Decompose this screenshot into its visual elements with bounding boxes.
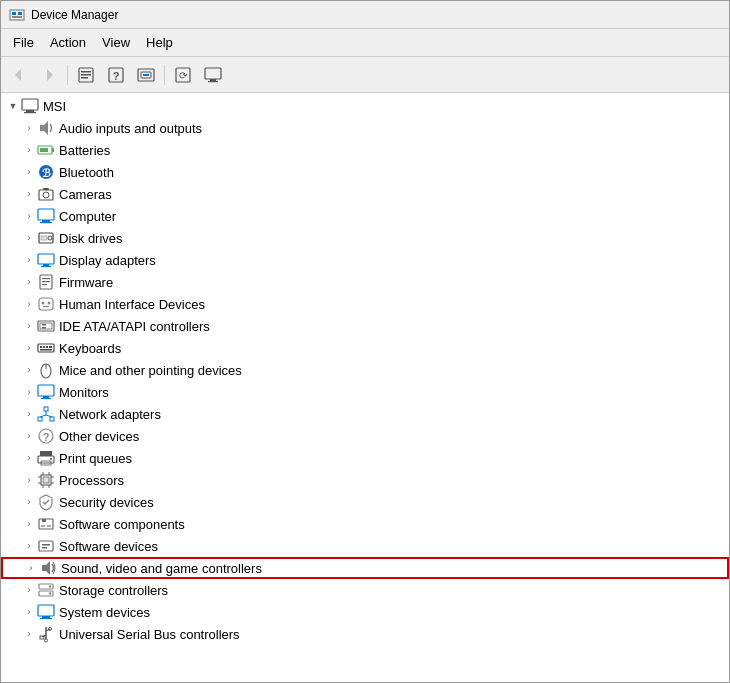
storage-icon — [37, 581, 55, 599]
tree-item-usb[interactable]: › Universal Serial Bus controllers — [1, 623, 729, 645]
svg-rect-44 — [42, 284, 47, 285]
svg-rect-38 — [38, 254, 54, 264]
audio-icon — [37, 119, 55, 137]
keyboard-icon — [37, 339, 55, 357]
expander-sound[interactable]: › — [23, 560, 39, 576]
expander-firmware[interactable]: › — [21, 274, 37, 290]
tree-item-processors[interactable]: › Processors — [1, 469, 729, 491]
tree-item-computer[interactable]: › Computer — [1, 205, 729, 227]
svg-marker-4 — [15, 69, 21, 81]
expander-keyboards[interactable]: › — [21, 340, 37, 356]
menu-bar: File Action View Help — [1, 29, 729, 57]
svg-rect-8 — [81, 74, 91, 76]
title-bar-text: Device Manager — [31, 8, 118, 22]
tree-item-bluetooth[interactable]: › ℬ Bluetooth — [1, 161, 729, 183]
computer-icon — [21, 97, 39, 115]
display-label: Display adapters — [59, 253, 156, 268]
svg-rect-88 — [41, 525, 45, 527]
processors-label: Processors — [59, 473, 124, 488]
forward-button[interactable] — [35, 62, 63, 88]
usb-label: Universal Serial Bus controllers — [59, 627, 240, 642]
tree-item-cameras[interactable]: › Cameras — [1, 183, 729, 205]
tree-item-display[interactable]: › Display adapters — [1, 249, 729, 271]
expander-computer[interactable]: › — [21, 208, 37, 224]
expander-other[interactable]: › — [21, 428, 37, 444]
help-icon: ? — [107, 66, 125, 84]
svg-rect-56 — [46, 346, 48, 348]
expander-print[interactable]: › — [21, 450, 37, 466]
display-button[interactable] — [199, 62, 227, 88]
sound-icon — [39, 559, 57, 577]
expander-network[interactable]: › — [21, 406, 37, 422]
menu-view[interactable]: View — [94, 32, 138, 53]
expander-display[interactable]: › — [21, 252, 37, 268]
expander-processors[interactable]: › — [21, 472, 37, 488]
tree-item-other[interactable]: › ? Other devices — [1, 425, 729, 447]
batteries-label: Batteries — [59, 143, 110, 158]
expander-monitors[interactable]: › — [21, 384, 37, 400]
disk-icon — [37, 229, 55, 247]
svg-rect-66 — [50, 417, 54, 421]
menu-help[interactable]: Help — [138, 32, 181, 53]
expander-usb[interactable]: › — [21, 626, 37, 642]
tree-item-audio[interactable]: › Audio inputs and outputs — [1, 117, 729, 139]
bluetooth-label: Bluetooth — [59, 165, 114, 180]
update-button[interactable]: ⟳ — [169, 62, 197, 88]
svg-point-30 — [43, 192, 49, 198]
tree-item-print[interactable]: › Print queues — [1, 447, 729, 469]
expander-security[interactable]: › — [21, 494, 37, 510]
expander-disk[interactable]: › — [21, 230, 37, 246]
expander-ide[interactable]: › — [21, 318, 37, 334]
security-icon — [37, 493, 55, 511]
tree-item-batteries[interactable]: › Batteries — [1, 139, 729, 161]
svg-rect-98 — [38, 605, 54, 616]
expander-cameras[interactable]: › — [21, 186, 37, 202]
back-button[interactable] — [5, 62, 33, 88]
expander-software-dev[interactable]: › — [21, 538, 37, 554]
svg-marker-5 — [47, 69, 53, 81]
firmware-icon — [37, 273, 55, 291]
tree-item-storage[interactable]: › Storage controllers — [1, 579, 729, 601]
expander-mice[interactable]: › — [21, 362, 37, 378]
expander-storage[interactable]: › — [21, 582, 37, 598]
expander-hid[interactable]: › — [21, 296, 37, 312]
tree-item-mice[interactable]: › Mice and other pointing devices — [1, 359, 729, 381]
expander-system[interactable]: › — [21, 604, 37, 620]
tree-item-ide[interactable]: › IDE ATA/ATAPI controllers — [1, 315, 729, 337]
hid-icon — [37, 295, 55, 313]
hid-label: Human Interface Devices — [59, 297, 205, 312]
expander-bluetooth[interactable]: › — [21, 164, 37, 180]
expander-msi[interactable]: ▼ — [5, 98, 21, 114]
tree-item-network[interactable]: › Network adapters — [1, 403, 729, 425]
svg-marker-93 — [42, 561, 50, 575]
svg-line-69 — [46, 415, 52, 417]
title-bar: Device Manager — [1, 1, 729, 29]
help-button[interactable]: ? — [102, 62, 130, 88]
expander-batteries[interactable]: › — [21, 142, 37, 158]
menu-action[interactable]: Action — [42, 32, 94, 53]
svg-rect-51 — [42, 324, 46, 326]
toolbar-separator-2 — [164, 65, 165, 85]
tree-item-security[interactable]: › Security devices — [1, 491, 729, 513]
tree-item-keyboards[interactable]: › Keyboards — [1, 337, 729, 359]
tree-root-msi[interactable]: ▼ MSI — [1, 95, 729, 117]
svg-rect-99 — [42, 616, 50, 618]
svg-rect-90 — [39, 541, 53, 551]
tree-item-hid[interactable]: › Human Interface Devices — [1, 293, 729, 315]
bluetooth-icon: ℬ — [37, 163, 55, 181]
tree-item-system[interactable]: › System devices — [1, 601, 729, 623]
svg-point-47 — [48, 302, 51, 305]
device-tree[interactable]: ▼ MSI › A — [1, 93, 729, 682]
tree-item-firmware[interactable]: › Firmware — [1, 271, 729, 293]
properties-button[interactable] — [72, 62, 100, 88]
scan-button[interactable] — [132, 62, 160, 88]
expander-software-comp[interactable]: › — [21, 516, 37, 532]
tree-item-software-dev[interactable]: › Software devices — [1, 535, 729, 557]
menu-file[interactable]: File — [5, 32, 42, 53]
tree-item-monitors[interactable]: › Monitors — [1, 381, 729, 403]
tree-item-software-comp[interactable]: › Software components — [1, 513, 729, 535]
expander-audio[interactable]: › — [21, 120, 37, 136]
tree-item-disk[interactable]: › Disk drives — [1, 227, 729, 249]
toolbar: ? ⟳ — [1, 57, 729, 93]
tree-item-sound[interactable]: › Sound, video and game controllers — [1, 557, 729, 579]
